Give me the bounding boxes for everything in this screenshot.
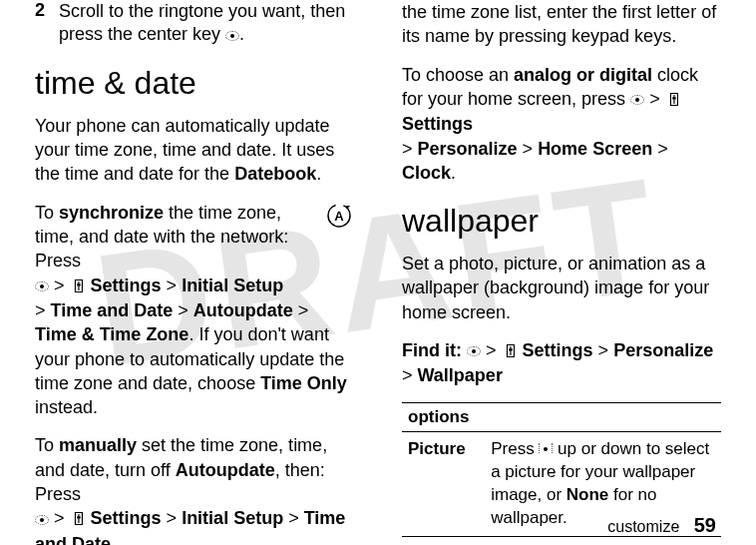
analog-para: To choose an analog or digital clock for… bbox=[402, 63, 721, 186]
para-intro: Your phone can automatically update your… bbox=[35, 114, 354, 187]
sync-bold: synchronize bbox=[59, 203, 164, 223]
step-number: 2 bbox=[35, 0, 59, 47]
homescreen-label: Home Screen bbox=[538, 139, 652, 159]
page-footer: customize 59 bbox=[607, 514, 716, 537]
column-right: the time zone list, enter the first lett… bbox=[402, 0, 721, 545]
center-key-icon bbox=[225, 30, 239, 42]
settings-icon: 🎚 bbox=[502, 339, 518, 363]
personalize-label2: Personalize bbox=[613, 340, 713, 360]
sync-para: To synchronize the time zone, time, and … bbox=[35, 201, 316, 273]
page-columns: 2 Scroll to the ringtone you want, then … bbox=[35, 0, 721, 545]
findit-label: Find it: bbox=[402, 340, 462, 360]
settings-icon: 🎚 bbox=[70, 274, 86, 298]
gt3: > bbox=[35, 300, 46, 320]
gt8: > bbox=[288, 508, 299, 528]
personalize-label: Personalize bbox=[418, 139, 518, 159]
gt1: > bbox=[54, 275, 65, 295]
none-label: None bbox=[567, 485, 609, 504]
gt4: > bbox=[178, 300, 189, 320]
initial-setup-label: Initial Setup bbox=[182, 275, 283, 295]
gt6: > bbox=[54, 508, 65, 528]
gt2: > bbox=[167, 275, 178, 295]
gt-r5: > bbox=[486, 340, 497, 360]
step-text-a: Scroll to the ringtone you want, then pr… bbox=[59, 1, 345, 44]
column-left: 2 Scroll to the ringtone you want, then … bbox=[35, 0, 354, 545]
timedate-label: Time and Date bbox=[51, 300, 174, 320]
analog-bold: analog or digital bbox=[514, 65, 652, 85]
nav-key-icon bbox=[539, 443, 553, 455]
cont-para: the time zone list, enter the first lett… bbox=[402, 0, 721, 49]
sync-path: > 🎚 Settings > Initial Setup > Time and … bbox=[35, 273, 354, 420]
manual-bold: manually bbox=[59, 435, 137, 455]
row-body-a: Press bbox=[491, 439, 539, 458]
auto-update-icon: A bbox=[324, 201, 354, 231]
settings-label-r: Settings bbox=[402, 114, 473, 134]
heading-time-date: time & date bbox=[35, 65, 354, 102]
wallpaper-intro: Set a photo, picture, or animation as a … bbox=[402, 252, 721, 324]
time-timezone-label: Time & Time Zone bbox=[35, 324, 189, 344]
table-header-row: options bbox=[402, 402, 721, 431]
settings-icon: 🎚 bbox=[70, 507, 86, 531]
gt-r2: > bbox=[402, 139, 413, 159]
gt5: > bbox=[298, 300, 309, 320]
options-header: options bbox=[402, 402, 721, 431]
gt-r3: > bbox=[523, 139, 534, 159]
datebook-label: Datebook bbox=[234, 164, 316, 184]
wallpaper-label: Wallpaper bbox=[418, 365, 503, 385]
clock-label: Clock bbox=[402, 163, 451, 183]
step-text-b: . bbox=[239, 24, 244, 44]
center-key-icon bbox=[35, 280, 49, 292]
gt7: > bbox=[167, 508, 178, 528]
sync-a: To bbox=[35, 203, 59, 223]
findit-line: Find it: > 🎚 Settings > Personalize > Wa… bbox=[402, 338, 721, 388]
settings-icon: 🎚 bbox=[665, 88, 681, 112]
timeonly-label: Time Only bbox=[260, 373, 347, 393]
svg-text:A: A bbox=[334, 209, 344, 224]
autoupdate-label: Autoupdate bbox=[193, 300, 293, 320]
manual-a: To bbox=[35, 435, 59, 455]
manual-para: To manually set the time zone, time, and… bbox=[35, 433, 354, 545]
settings-label-r2: Settings bbox=[523, 340, 593, 360]
heading-wallpaper: wallpaper bbox=[402, 203, 721, 240]
center-key-icon bbox=[35, 514, 49, 526]
row-label: Picture bbox=[402, 431, 485, 536]
settings-label2: Settings bbox=[91, 508, 162, 528]
footer-page-number: 59 bbox=[694, 514, 716, 536]
intro-b: . bbox=[316, 164, 321, 184]
sync-block: To synchronize the time zone, time, and … bbox=[35, 201, 354, 273]
initial-setup-label2: Initial Setup bbox=[182, 508, 283, 528]
step-2: 2 Scroll to the ringtone you want, then … bbox=[35, 0, 354, 47]
center-key-icon bbox=[467, 345, 481, 357]
settings-label: Settings bbox=[91, 275, 162, 295]
autoupdate-label2: Autoupdate bbox=[176, 460, 275, 480]
gt-r6: > bbox=[598, 340, 609, 360]
gt-r1: > bbox=[649, 89, 660, 109]
step-body: Scroll to the ringtone you want, then pr… bbox=[59, 0, 354, 47]
sync-d: instead. bbox=[35, 397, 98, 417]
analog-a: To choose an bbox=[402, 65, 514, 85]
center-key-icon bbox=[630, 94, 644, 106]
gt-r7: > bbox=[402, 365, 413, 385]
footer-section: customize bbox=[607, 518, 679, 535]
gt-r4: > bbox=[657, 139, 668, 159]
